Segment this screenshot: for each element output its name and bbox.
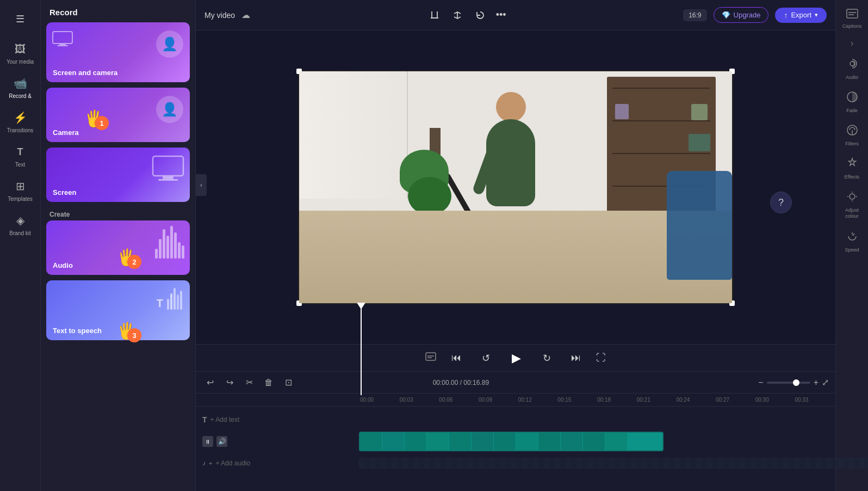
sidebar-item-brand[interactable]: ◈ Brand kit <box>0 207 40 242</box>
diamond-icon: 💎 <box>722 11 730 19</box>
fullscreen-button[interactable]: ⛶ <box>596 352 606 364</box>
camera-card[interactable]: 👤 Camera <box>46 88 190 142</box>
transitions-icon: ⚡ <box>13 110 28 125</box>
video-track-content[interactable] <box>359 432 835 451</box>
crop-tool-button[interactable] <box>425 6 444 24</box>
audio-track-row: ♪ + + Add audio <box>196 453 835 473</box>
forward-button[interactable]: ↻ <box>537 349 556 367</box>
screen-card[interactable]: Screen <box>46 148 190 202</box>
right-panel-item-captions[interactable]: Captions <box>836 4 868 33</box>
skip-to-end-button[interactable]: ⏭ <box>567 349 585 367</box>
ruler-mark-2: 00:06 <box>438 397 478 403</box>
more-options-button[interactable]: ••• <box>494 9 509 21</box>
camera-label: Camera <box>53 128 79 137</box>
save-to-cloud-icon[interactable]: ☁ <box>241 10 250 20</box>
svg-rect-1 <box>59 44 66 45</box>
rewind-button[interactable]: ↺ <box>476 349 495 367</box>
plant-left <box>419 128 451 215</box>
panel-collapse-button[interactable]: ‹ <box>196 174 207 196</box>
clip-thumb-1 <box>382 433 404 450</box>
subtitle-toggle-button[interactable] <box>425 352 436 364</box>
your-media-icon: 🖼 <box>13 41 28 57</box>
flip-tool-button[interactable] <box>448 6 467 24</box>
cut-button[interactable]: ✂ <box>241 375 257 390</box>
screen-label: Screen <box>53 188 76 197</box>
svg-rect-9 <box>847 9 858 18</box>
video-title: My video <box>204 11 235 20</box>
ruler-marks: 00:00 00:03 00:06 00:09 00:12 00:15 00:1… <box>359 397 833 403</box>
clip-thumb-4 <box>449 433 471 450</box>
text-icon: T <box>13 144 28 159</box>
camera-avatar: 👤 <box>156 96 183 123</box>
clip-thumb-3 <box>427 433 449 450</box>
sidebar-item-text[interactable]: T Text <box>0 139 40 173</box>
add-text-label[interactable]: + Add text <box>210 416 240 424</box>
video-clip[interactable] <box>359 432 664 451</box>
right-panel-item-speed[interactable]: Speed <box>836 226 868 257</box>
export-chevron-icon: ▾ <box>815 11 818 19</box>
sidebar-item-templates[interactable]: ⊞ Templates <box>0 173 40 207</box>
clip-thumb-0 <box>360 433 382 450</box>
zoom-out-button[interactable]: − <box>758 378 763 388</box>
tts-label: Text to speech <box>53 327 102 335</box>
effects-label: Effects <box>845 174 859 180</box>
video-track-label: ⏸ 🔊 <box>196 436 359 447</box>
skip-to-start-button[interactable]: ⏮ <box>447 349 466 367</box>
ruler-mark-1: 00:03 <box>399 397 438 403</box>
right-panel-item-filters[interactable]: Filters <box>836 120 868 151</box>
audio-label: Audio <box>53 261 73 269</box>
video-frame[interactable] <box>298 70 733 304</box>
ruler-mark-7: 00:21 <box>636 397 675 403</box>
timeline-ruler: 00:00 00:03 00:06 00:09 00:12 00:15 00:1… <box>196 394 835 407</box>
audio-card[interactable]: Audio <box>46 220 190 275</box>
right-panel-collapse[interactable]: › <box>836 38 868 49</box>
record-panel: Record 👤 Screen and camera 👤 Camera Scre… <box>41 0 196 491</box>
sidebar-item-your-media[interactable]: 🖼 Your media <box>0 36 40 70</box>
play-pause-button[interactable]: ▶ <box>506 348 526 369</box>
clip-thumbnails <box>360 433 627 450</box>
hamburger-menu[interactable]: ☰ <box>0 8 40 30</box>
screen-camera-card[interactable]: 👤 Screen and camera <box>46 22 190 82</box>
right-panel-item-fade[interactable]: Fade <box>836 87 868 118</box>
right-panel-item-adjust-colour[interactable]: Adjust colour <box>836 186 868 224</box>
music-note-icon: ♪ <box>202 459 206 467</box>
right-panel-item-effects[interactable]: Effects <box>836 153 868 184</box>
pause-button-small[interactable]: ⏸ <box>202 436 213 447</box>
right-panel-item-audio[interactable]: Audio <box>836 53 868 84</box>
zoom-in-button[interactable]: + <box>814 378 819 388</box>
expand-timeline-button[interactable]: ⤢ <box>822 377 829 388</box>
volume-button-small[interactable]: 🔊 <box>216 436 227 447</box>
undo-button[interactable]: ↩ <box>202 375 218 390</box>
record-panel-title: Record <box>41 0 195 22</box>
clip-thumb-9 <box>561 433 582 450</box>
timeline-area: ↩ ↪ ✂ 🗑 ⊡ 00:00.00 / 00:16.89 − + ⤢ 00:0… <box>196 371 835 491</box>
left-sidebar: ☰ 🖼 Your media 📹 Record & ⚡ Transitions … <box>0 0 41 491</box>
save-frame-button[interactable]: ⊡ <box>281 375 296 390</box>
ruler-mark-11: 00:33 <box>793 397 833 403</box>
sidebar-item-record[interactable]: 📹 Record & <box>0 70 40 105</box>
text-to-speech-card[interactable]: T Text to speech <box>46 280 190 340</box>
zoom-handle[interactable] <box>793 379 799 386</box>
zoom-slider[interactable] <box>767 382 810 384</box>
screen-monitor-icon <box>152 155 184 184</box>
video-container: ? <box>196 30 835 344</box>
redo-button[interactable]: ↪ <box>222 375 237 390</box>
clip-thumb-10 <box>583 433 605 450</box>
create-section-label: Create <box>41 207 195 220</box>
add-audio-label[interactable]: + Add audio <box>215 459 250 467</box>
sidebar-label-record: Record & <box>9 93 32 99</box>
sidebar-label-brand: Brand kit <box>9 230 30 236</box>
screen-camera-avatar: 👤 <box>156 30 183 58</box>
filters-icon <box>846 124 858 139</box>
timeline-timestamp: 00:00.00 / 00:16.89 <box>433 379 489 386</box>
export-button[interactable]: ↑ Export ▾ <box>775 8 827 23</box>
ruler-mark-3: 00:09 <box>478 397 517 403</box>
upgrade-button[interactable]: 💎 Upgrade <box>714 7 769 23</box>
aspect-ratio-badge[interactable]: 16:9 <box>683 9 706 21</box>
delete-button[interactable]: 🗑 <box>261 375 276 390</box>
rotate-tool-button[interactable] <box>471 6 489 24</box>
sidebar-item-transitions[interactable]: ⚡ Transitions <box>0 105 40 139</box>
sidebar-label-templates: Templates <box>8 196 33 202</box>
help-button[interactable]: ? <box>770 192 792 213</box>
svg-rect-3 <box>153 156 183 176</box>
